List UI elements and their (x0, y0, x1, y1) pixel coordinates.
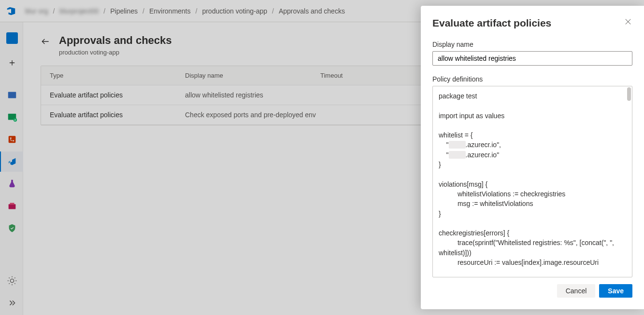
panel-footer: Cancel Save (432, 284, 632, 298)
edit-check-panel: Evaluate artifact policies Display name … (421, 6, 644, 309)
display-name-label: Display name (432, 41, 632, 48)
panel-title: Evaluate artifact policies (432, 17, 551, 29)
scrollbar-thumb[interactable] (627, 87, 631, 101)
close-button[interactable] (624, 17, 632, 26)
save-button[interactable]: Save (599, 284, 632, 298)
policy-definitions-editor[interactable]: package test import input as values whit… (432, 86, 632, 277)
display-name-input[interactable] (432, 51, 632, 66)
cancel-button[interactable]: Cancel (557, 284, 596, 298)
close-icon (624, 17, 632, 26)
panel-header: Evaluate artifact policies (432, 17, 632, 29)
policy-definitions-label: Policy definitions (432, 75, 632, 83)
